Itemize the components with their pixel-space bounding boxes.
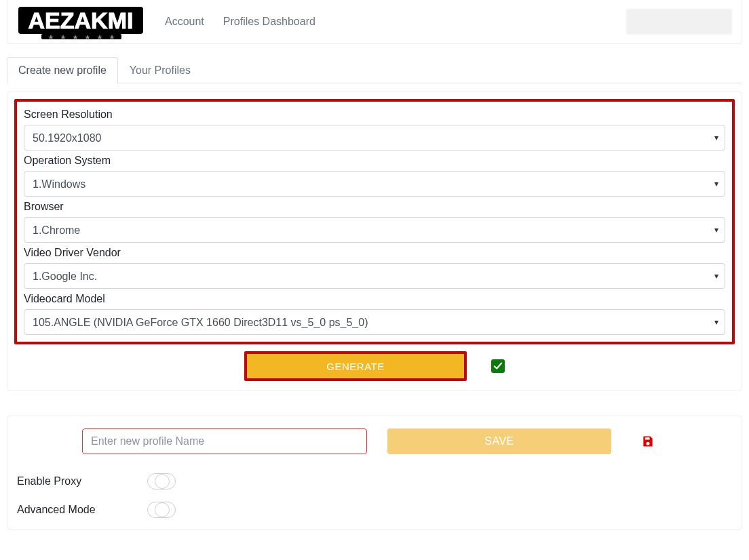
save-button[interactable]: SAVE <box>387 428 611 454</box>
videocard-model-select[interactable]: 105.ANGLE (NVIDIA GeForce GTX 1660 Direc… <box>24 309 725 335</box>
enable-proxy-toggle[interactable] <box>147 473 176 489</box>
tabs: Create new profile Your Profiles <box>7 56 742 83</box>
tab-your-profiles[interactable]: Your Profiles <box>118 57 202 83</box>
generate-success-check[interactable] <box>491 359 505 373</box>
svg-rect-9 <box>647 437 649 439</box>
save-icon[interactable] <box>641 435 655 448</box>
logo: AEZAKMI <box>17 4 146 39</box>
user-menu[interactable] <box>626 9 732 35</box>
browser-select[interactable]: 1.Chrome <box>24 217 725 243</box>
screen-resolution-select[interactable]: 50.1920x1080 <box>24 125 725 151</box>
create-profile-panel: Screen Resolution 50.1920x1080 Operation… <box>7 92 742 391</box>
fingerprint-form: Screen Resolution 50.1920x1080 Operation… <box>14 99 735 344</box>
svg-text:AEZAKMI: AEZAKMI <box>28 7 134 33</box>
videocard-model-label: Videocard Model <box>24 293 725 305</box>
advanced-mode-label: Advanced Mode <box>17 504 147 516</box>
video-vendor-select[interactable]: 1.Google Inc. <box>24 263 725 289</box>
profile-name-input[interactable] <box>82 428 367 454</box>
generate-row: GENERATE <box>14 351 735 381</box>
generate-highlight: GENERATE <box>244 351 467 381</box>
save-profile-panel: SAVE Enable Proxy Advanced Mode <box>7 416 742 529</box>
advanced-mode-row: Advanced Mode <box>17 502 732 518</box>
generate-button[interactable]: GENERATE <box>247 354 464 378</box>
operation-system-label: Operation System <box>24 155 725 167</box>
browser-label: Browser <box>24 201 725 213</box>
nav-links: Account Profiles Dashboard <box>165 16 315 28</box>
top-bar: AEZAKMI Account Profiles Dashboard <box>7 0 742 44</box>
screen-resolution-label: Screen Resolution <box>24 108 725 121</box>
nav-profiles-dashboard[interactable]: Profiles Dashboard <box>223 16 315 28</box>
operation-system-select[interactable]: 1.Windows <box>24 171 725 197</box>
enable-proxy-row: Enable Proxy <box>17 473 732 489</box>
save-row: SAVE <box>17 428 732 454</box>
nav-account[interactable]: Account <box>165 16 204 28</box>
check-icon <box>493 361 503 371</box>
floppy-disk-icon <box>641 435 655 448</box>
advanced-mode-toggle[interactable] <box>147 502 176 518</box>
svg-point-10 <box>647 443 649 444</box>
enable-proxy-label: Enable Proxy <box>17 475 147 487</box>
tab-create-profile[interactable]: Create new profile <box>7 57 118 83</box>
video-vendor-label: Video Driver Vendor <box>24 247 725 259</box>
